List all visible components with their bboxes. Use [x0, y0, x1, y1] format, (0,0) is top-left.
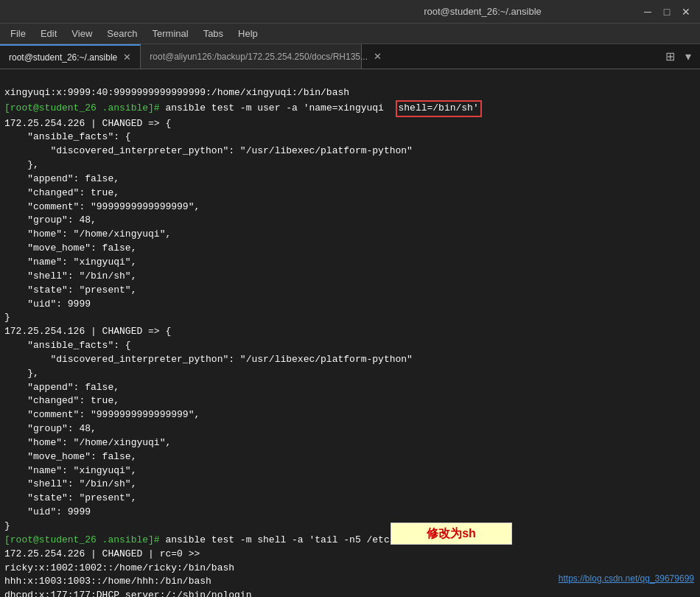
- tab-new-button[interactable]: ⊞: [662, 48, 678, 65]
- menu-tabs[interactable]: Tabs: [197, 27, 229, 41]
- tab-2-label: root@aliyun126:/backup/172.25.254.250/do…: [150, 52, 368, 62]
- tab-1[interactable]: root@student_26:~/.ansible ✕: [0, 44, 141, 69]
- menu-terminal[interactable]: Terminal: [147, 27, 195, 41]
- terminal-content: xingyuqi:x:9999:40:9999999999999999:/hom…: [4, 72, 696, 597]
- tab-2-close[interactable]: ✕: [374, 51, 382, 62]
- tab-1-label: root@student_26:~/.ansible: [9, 52, 117, 63]
- maximize-button[interactable]: □: [660, 5, 673, 18]
- titlebar: root@student_26:~/.ansible ─ □ ✕: [0, 0, 700, 24]
- tab-1-close[interactable]: ✕: [123, 52, 131, 63]
- menu-edit[interactable]: Edit: [35, 27, 63, 41]
- tab-actions: ⊞ ▾: [657, 44, 700, 69]
- window-controls: ─ □ ✕: [641, 5, 693, 18]
- window-title: root@student_26:~/.ansible: [324, 6, 641, 17]
- menu-search[interactable]: Search: [101, 27, 143, 41]
- menubar: File Edit View Search Terminal Tabs Help: [0, 24, 700, 44]
- csdn-link[interactable]: https://blog.csdn.net/qq_39679699: [559, 573, 694, 584]
- menu-file[interactable]: File: [4, 27, 32, 41]
- close-button[interactable]: ✕: [679, 5, 693, 18]
- menu-help[interactable]: Help: [232, 27, 264, 41]
- tabbar: root@student_26:~/.ansible ✕ root@aliyun…: [0, 44, 700, 69]
- minimize-button[interactable]: ─: [641, 5, 654, 18]
- tab-2[interactable]: root@aliyun126:/backup/172.25.254.250/do…: [141, 44, 362, 69]
- tab-menu-button[interactable]: ▾: [682, 48, 694, 65]
- annotation-modify-sh: 修改为sh: [391, 523, 512, 545]
- terminal[interactable]: xingyuqi:x:9999:40:9999999999999999:/hom…: [0, 69, 700, 597]
- menu-view[interactable]: View: [66, 27, 98, 41]
